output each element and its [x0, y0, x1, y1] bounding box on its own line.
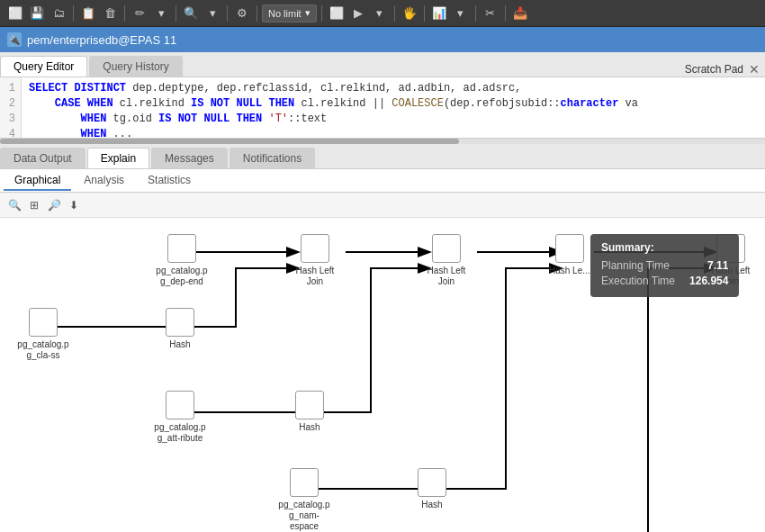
execution-label: Execution Time: [601, 275, 675, 287]
editor-tabs: Query Editor Query History Scratch Pad ✕: [0, 52, 765, 77]
toolbar-icon-1[interactable]: ⬜: [5, 4, 25, 23]
scratch-pad-label: Scratch Pad: [685, 63, 743, 76]
toolbar-icon-download[interactable]: 📥: [510, 4, 530, 23]
toolbar-icon-pencil[interactable]: ✏: [130, 4, 149, 23]
toolbar-icon-cut[interactable]: ✂: [481, 4, 500, 23]
tab-query-editor[interactable]: Query Editor: [0, 56, 87, 77]
toolbar-sep-5: [256, 5, 257, 22]
sub-tab-graphical[interactable]: Graphical: [4, 171, 71, 191]
node-icon-pg-class: [29, 308, 58, 337]
graphical-wrapper: pg_catalog.pg_dep-end Hash Left Join H: [0, 218, 765, 532]
toolbar-sep-10: [505, 5, 506, 22]
bottom-tabs: Data Output Explain Messages Notificatio…: [0, 144, 765, 169]
toolbar-sep-4: [227, 5, 228, 22]
line-numbers: 1 2 3 4: [0, 77, 22, 138]
zoom-in-icon[interactable]: 🔎: [45, 196, 63, 214]
node-icon-hashlj-3: [555, 234, 584, 263]
zoom-out-icon[interactable]: 🔍: [5, 196, 23, 214]
summary-title: Summary:: [601, 241, 728, 254]
node-label-pg-dep: pg_catalog.pg_dep-end: [155, 266, 209, 287]
zoom-fit-icon[interactable]: ⊞: [25, 196, 43, 214]
no-limit-dropdown[interactable]: No limit ▾: [262, 5, 317, 23]
toolbar-icon-3[interactable]: 🗂: [49, 4, 68, 23]
connection-title: pem/enterprisedb@EPAS 11: [27, 33, 176, 47]
node-icon-hash-2: [295, 391, 324, 419]
toolbar-icon-chart-arrow[interactable]: ▾: [451, 4, 471, 23]
node-pg-class[interactable]: pg_catalog.pg_cla-ss: [16, 308, 70, 361]
toolbar-icon-5[interactable]: 🗑: [100, 4, 120, 23]
toolbar-icon-hand[interactable]: 🖐: [400, 4, 419, 23]
toolbar-icon-play[interactable]: ▶: [348, 4, 368, 23]
planning-value: 7.11: [707, 259, 728, 272]
node-pg-ns[interactable]: pg_catalog.pg_nam-espace: [277, 468, 331, 532]
node-label-hashlj-1: Hash Left Join: [288, 266, 342, 287]
tab-query-history[interactable]: Query History: [89, 56, 182, 77]
toolbar-icon-chart[interactable]: 📊: [429, 4, 449, 23]
no-limit-arrow: ▾: [305, 7, 310, 19]
line-num-2: 2: [5, 96, 15, 112]
toolbar-sep-6: [321, 5, 322, 22]
node-pg-attr[interactable]: pg_catalog.pg_att-ribute: [153, 391, 207, 444]
node-hash-1[interactable]: Hash: [166, 308, 194, 350]
toolbar-icon-2[interactable]: 💾: [27, 4, 47, 23]
line-num-1: 1: [5, 81, 15, 96]
node-hash-3[interactable]: Hash: [418, 468, 446, 510]
summary-tooltip: Summary: Planning Time 7.11 Execution Ti…: [590, 234, 739, 297]
toolbar-icon-search-arrow[interactable]: ▾: [202, 4, 222, 23]
sql-line-3: WHEN tg.oid IS NOT NULL THEN 'T'::text: [29, 112, 758, 127]
summary-planning-row: Planning Time 7.11: [601, 259, 728, 272]
scratch-pad-close[interactable]: ✕: [749, 62, 760, 77]
node-hash-2[interactable]: Hash: [295, 391, 324, 433]
tab-explain[interactable]: Explain: [87, 148, 149, 168]
node-label-pg-class: pg_catalog.pg_cla-ss: [16, 339, 70, 361]
tab-notifications[interactable]: Notifications: [230, 148, 315, 168]
toolbar-sep-7: [394, 5, 395, 22]
node-icon-hashlj-1: [301, 234, 329, 263]
planning-label: Planning Time: [601, 259, 670, 272]
sub-tab-analysis[interactable]: Analysis: [73, 171, 135, 191]
sub-tabs: Graphical Analysis Statistics: [0, 169, 765, 193]
node-icon-pg-dep: [167, 234, 196, 263]
download-graph-icon[interactable]: ⬇: [65, 196, 83, 214]
node-icon-hash-1: [166, 308, 194, 337]
sql-line-1: SELECT DISTINCT dep.deptype, dep.refclas…: [29, 81, 758, 96]
graphical-area: pg_catalog.pg_dep-end Hash Left Join H: [0, 218, 765, 532]
toolbar-icon-pencil-arrow[interactable]: ▾: [151, 4, 171, 23]
graph-toolbar: 🔍 ⊞ 🔎 ⬇: [0, 193, 765, 218]
node-hashlj-2[interactable]: Hash Left Join: [419, 234, 473, 287]
toolbar-icon-4[interactable]: 📋: [78, 4, 98, 23]
summary-execution-row: Execution Time 126.954: [601, 275, 728, 287]
node-icon-hash-3: [418, 468, 446, 497]
node-label-pg-ns: pg_catalog.pg_nam-espace: [277, 500, 331, 532]
node-label-hashlj-2: Hash Left Join: [419, 266, 473, 287]
sql-content[interactable]: SELECT DISTINCT dep.deptype, dep.refclas…: [22, 77, 765, 138]
sql-scrollbar[interactable]: [0, 139, 765, 144]
connection-icon: 🔌: [7, 32, 22, 47]
node-hashlj-3[interactable]: Hash Le...: [549, 234, 590, 276]
no-limit-label: No limit: [268, 8, 302, 19]
titlebar: 🔌 pem/enterprisedb@EPAS 11: [0, 27, 765, 52]
sql-editor[interactable]: 1 2 3 4 SELECT DISTINCT dep.deptype, dep…: [0, 77, 765, 139]
line-num-4: 4: [5, 127, 15, 139]
toolbar-sep-1: [73, 5, 74, 22]
execution-value: 126.954: [689, 275, 728, 287]
node-label-hash-1: Hash: [169, 339, 190, 350]
tab-messages[interactable]: Messages: [151, 148, 228, 168]
node-label-pg-attr: pg_catalog.pg_att-ribute: [153, 422, 207, 444]
sql-line-4: WHEN ...: [29, 127, 758, 138]
node-label-hash-3: Hash: [421, 500, 442, 510]
toolbar-sep-3: [176, 5, 176, 22]
main-toolbar: ⬜ 💾 🗂 📋 🗑 ✏ ▾ 🔍 ▾ ⚙ No limit ▾ ⬜ ▶ ▾ 🖐 📊…: [0, 0, 765, 27]
toolbar-icon-stop[interactable]: ⬜: [327, 4, 346, 23]
toolbar-icon-play-arrow[interactable]: ▾: [370, 4, 390, 23]
node-hashlj-1[interactable]: Hash Left Join: [288, 234, 342, 287]
node-icon-pg-ns: [290, 468, 319, 497]
tab-data-output[interactable]: Data Output: [0, 148, 86, 168]
scratch-pad-area: Scratch Pad ✕: [685, 62, 765, 77]
node-pg-dep[interactable]: pg_catalog.pg_dep-end: [155, 234, 209, 287]
toolbar-icon-filter[interactable]: ⚙: [232, 4, 252, 23]
sub-tab-statistics[interactable]: Statistics: [137, 171, 202, 191]
main-content: Query Editor Query History Scratch Pad ✕…: [0, 52, 765, 532]
toolbar-icon-search[interactable]: 🔍: [181, 4, 201, 23]
node-icon-pg-attr: [166, 391, 194, 419]
